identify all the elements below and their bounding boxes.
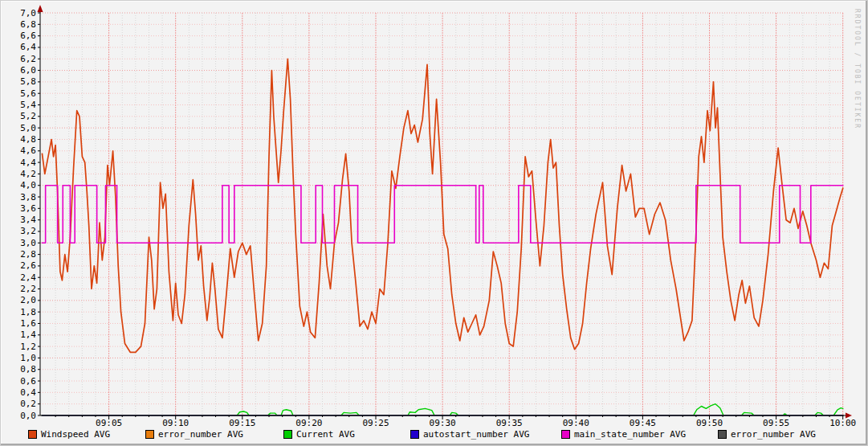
y-tick-label: 0,2	[20, 399, 36, 409]
x-tick-label: 09:05	[96, 418, 122, 428]
y-tick-label: 4,4	[20, 158, 36, 168]
legend-swatch-error-number-2	[718, 430, 727, 439]
x-tick-label: 09:15	[229, 418, 255, 428]
y-tick-label: 5,6	[20, 88, 36, 99]
legend-item-main-state-number: main_state_number AVG	[561, 429, 686, 440]
grid	[40, 13, 843, 415]
y-tick-label: 0,0	[20, 411, 36, 421]
y-tick-label: 1,4	[20, 329, 36, 340]
legend-label-windspeed: Windspeed AVG	[41, 429, 110, 440]
y-tick-label: 6,6	[20, 31, 36, 41]
legend: Windspeed AVG error_number AVG Current A…	[1, 429, 867, 442]
x-tick-label: 10:00	[829, 418, 856, 428]
y-tick-label: 2,8	[20, 249, 36, 260]
legend-label-error-number: error_number AVG	[158, 429, 243, 440]
y-tick-label: 3,8	[20, 192, 36, 203]
legend-swatch-current	[283, 430, 292, 439]
y-tick-label: 2,4	[20, 272, 36, 283]
legend-item-windspeed: Windspeed AVG	[28, 429, 110, 440]
y-tick-label: 5,0	[20, 123, 36, 133]
y-tick-label: 1,0	[20, 353, 36, 363]
y-tick-label: 7,0	[20, 8, 36, 18]
y-tick-label: 0,6	[20, 376, 36, 387]
legend-swatch-windspeed	[28, 430, 37, 439]
y-tick-label: 4,0	[20, 180, 36, 190]
y-tick-label: 0,4	[20, 387, 36, 398]
y-tick-label: 1,6	[20, 318, 36, 329]
y-tick-label: 4,6	[20, 145, 36, 156]
legend-label-autostart-number: autostart_number AVG	[423, 429, 529, 440]
legend-item-autostart-number: autostart_number AVG	[410, 429, 529, 440]
x-tick-label: 09:10	[162, 418, 189, 428]
chart-svg: 0,00,20,40,60,81,01,21,41,61,82,02,22,42…	[1, 1, 868, 446]
x-tick-label: 09:20	[295, 418, 322, 428]
legend-swatch-error-number	[145, 430, 154, 439]
y-tick-label: 6,8	[20, 19, 36, 30]
legend-item-error-number: error_number AVG	[145, 429, 243, 440]
y-tick-label: 3,4	[20, 215, 36, 225]
x-tick-label: 09:40	[563, 418, 589, 428]
y-tick-label: 3,6	[20, 203, 36, 214]
y-tick-label: 2,2	[20, 284, 36, 294]
legend-item-current: Current AVG	[283, 429, 355, 440]
y-axis-arrow	[38, 5, 43, 12]
y-tick-label: 5,2	[20, 111, 36, 121]
y-tick-label: 6,4	[20, 42, 36, 52]
y-tick-label: 4,2	[20, 169, 36, 179]
x-tick-label: 09:55	[763, 418, 789, 428]
y-tick-label: 6,0	[20, 65, 36, 76]
legend-label-error-number-2: error_number AVG	[731, 429, 816, 440]
x-tick-label: 09:35	[496, 418, 523, 428]
y-tick-label: 2,6	[20, 260, 36, 271]
y-tick-label: 1,2	[20, 342, 36, 352]
legend-swatch-autostart-number	[410, 430, 419, 439]
y-tick-label: 2,0	[20, 295, 36, 305]
y-tick-label: 3,0	[20, 238, 36, 248]
x-tick-label: 09:30	[430, 418, 456, 428]
y-tick-label: 1,8	[20, 307, 36, 317]
y-tick-label: 4,8	[20, 134, 36, 145]
legend-label-main-state-number: main_state_number AVG	[574, 429, 686, 440]
x-tick-label: 09:45	[630, 418, 656, 428]
watermark: RRDTOOL / TOBI OETIKER	[854, 9, 861, 129]
legend-item-error-number-2: error_number AVG	[718, 429, 816, 440]
y-tick-label: 3,2	[20, 226, 36, 236]
legend-label-current: Current AVG	[296, 429, 355, 440]
y-tick-label: 5,8	[20, 76, 36, 87]
legend-swatch-main-state-number	[561, 430, 570, 439]
x-tick-label: 09:50	[696, 418, 723, 428]
y-tick-label: 0,8	[20, 364, 36, 374]
x-tick-label: 09:25	[362, 418, 389, 428]
y-tick-label: 6,2	[20, 54, 36, 64]
rrdtool-graph: 0,00,20,40,60,81,01,21,41,61,82,02,22,42…	[0, 0, 868, 446]
y-tick-label: 5,4	[20, 100, 36, 110]
